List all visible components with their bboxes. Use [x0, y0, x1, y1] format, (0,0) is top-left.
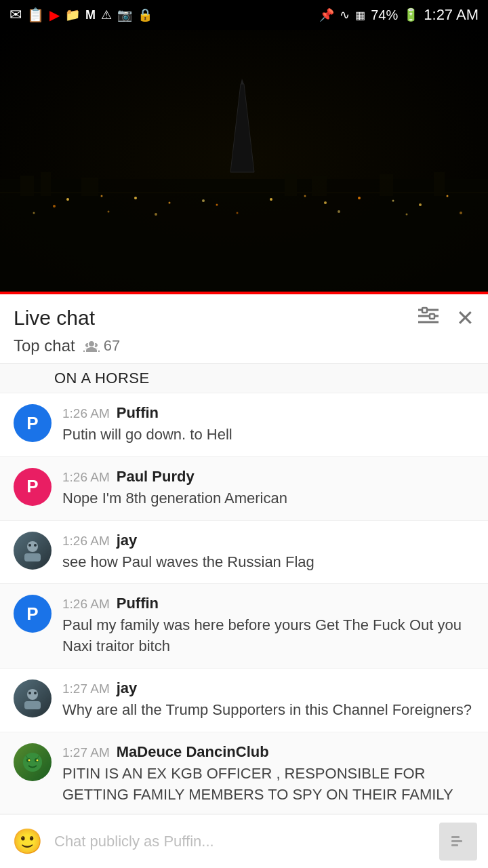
svg-point-10: [202, 199, 205, 202]
message-body-2: 1:26 AM Paul Purdy Nope I'm 8th generati…: [62, 468, 474, 509]
message-body-5: 1:27 AM jay Why are all the Trump Suppor…: [62, 679, 474, 721]
svg-point-41: [34, 544, 37, 547]
lock-icon: 🔒: [138, 7, 152, 22]
message-meta-4: 1:26 AM Puffin: [62, 595, 474, 612]
message-text-3: see how Paul waves the Russian Flag: [62, 552, 474, 573]
partial-message: ON A HORSE: [0, 364, 488, 393]
status-icons: ✉ 📋 ▶ 📁 M ⚠ 📷 🔒: [9, 6, 152, 24]
message-author-6: MaDeuce DancinClub: [117, 743, 269, 761]
svg-point-9: [169, 202, 171, 204]
chat-message-3: 1:26 AM jay see how Paul waves the Russi…: [0, 521, 488, 585]
battery-icon: 🔋: [403, 7, 418, 22]
avatar-jay-2: [14, 679, 52, 717]
svg-point-21: [155, 213, 157, 216]
avatar-letter: P: [26, 413, 38, 434]
chat-header: Live chat ✕ Top chat 67: [0, 294, 488, 364]
message-author-3: jay: [117, 532, 138, 549]
message-text-5: Why are all the Trump Supporters in this…: [62, 700, 474, 721]
battery-level: 74%: [371, 7, 398, 23]
message-meta-1: 1:26 AM Puffin: [62, 404, 474, 422]
message-body-6: 1:27 AM MaDeuce DancinClub PITIN IS AN E…: [62, 743, 474, 806]
send-button[interactable]: [439, 823, 477, 861]
svg-point-44: [28, 692, 31, 694]
live-chat-title: Live chat: [14, 307, 95, 330]
svg-point-12: [270, 198, 272, 201]
svg-point-23: [338, 210, 340, 213]
message-time-3: 1:26 AM: [62, 534, 110, 549]
svg-point-38: [27, 541, 38, 552]
madeuce-avatar-inner: [14, 743, 52, 781]
message-text-4: Paul my family was here before yours Get…: [62, 615, 474, 657]
viewer-number: 67: [104, 337, 120, 355]
svg-rect-30: [312, 176, 327, 196]
svg-rect-43: [24, 701, 41, 709]
svg-point-11: [216, 204, 218, 206]
chat-filter-icon[interactable]: [417, 307, 440, 330]
svg-point-13: [304, 195, 306, 197]
chat-message-4: P 1:26 AM Puffin Paul my family was here…: [0, 584, 488, 669]
header-icons: ✕: [417, 305, 474, 331]
chat-close-icon[interactable]: ✕: [456, 305, 474, 331]
svg-point-19: [33, 212, 35, 214]
svg-rect-54: [451, 844, 458, 846]
svg-point-7: [53, 205, 56, 208]
chat-message-1: P 1:26 AM Puffin Putin will go down. to …: [0, 393, 488, 457]
message-meta-5: 1:27 AM jay: [62, 679, 474, 697]
message-time-5: 1:27 AM: [62, 682, 110, 696]
message-time-4: 1:26 AM: [62, 597, 110, 612]
status-indicators: 📌 ∿ ▦ 74% 🔋 1:27 AM: [319, 6, 479, 24]
avatar-puffin-1: P: [14, 404, 52, 442]
svg-point-22: [237, 212, 239, 214]
svg-rect-28: [81, 178, 98, 196]
message-meta-6: 1:27 AM MaDeuce DancinClub: [62, 743, 474, 761]
emoji-icon: 🙂: [12, 827, 43, 856]
location-icon: 📌: [319, 7, 334, 22]
svg-point-24: [406, 214, 408, 216]
svg-rect-32: [434, 172, 445, 196]
message-time-6: 1:27 AM: [62, 745, 110, 760]
avatar-jay-1: [14, 532, 52, 570]
svg-rect-27: [41, 172, 51, 196]
video-progress-bar[interactable]: [0, 292, 488, 294]
svg-point-25: [460, 212, 462, 214]
clock: 1:27 AM: [424, 6, 479, 24]
svg-point-40: [28, 544, 31, 547]
message-text-6: PITIN IS AN EX KGB OFFICER , RESPONSIBLE…: [62, 764, 474, 806]
youtube-icon: ▶: [49, 7, 60, 23]
svg-rect-31: [380, 174, 393, 196]
video-frame: [0, 30, 488, 294]
message-time-2: 1:26 AM: [62, 470, 110, 485]
message-body-1: 1:26 AM Puffin Putin will go down. to He…: [62, 404, 474, 446]
emoji-button[interactable]: 🙂: [11, 825, 43, 858]
svg-point-45: [34, 692, 37, 694]
message-time-1: 1:26 AM: [62, 406, 110, 421]
svg-point-42: [27, 689, 38, 700]
jay-avatar-inner: [14, 532, 52, 570]
video-player[interactable]: [0, 30, 488, 294]
chat-message-5: 1:27 AM jay Why are all the Trump Suppor…: [0, 669, 488, 732]
svg-rect-29: [285, 174, 297, 196]
svg-rect-52: [451, 836, 460, 838]
svg-rect-26: [20, 176, 34, 196]
message-author-4: Puffin: [117, 595, 159, 612]
svg-rect-36: [422, 308, 427, 313]
svg-point-14: [324, 201, 327, 204]
svg-point-16: [392, 200, 394, 202]
avatar-letter: P: [26, 604, 38, 625]
svg-point-20: [108, 211, 110, 213]
viewer-count: 67: [83, 337, 120, 355]
chat-sub-row: Top chat 67: [14, 336, 474, 363]
message-meta-3: 1:26 AM jay: [62, 532, 474, 549]
chat-mode-label[interactable]: Top chat: [14, 336, 75, 355]
chat-input-field[interactable]: [54, 833, 428, 850]
avatar-letter: P: [26, 476, 38, 497]
svg-point-6: [101, 195, 103, 197]
svg-point-15: [358, 197, 361, 199]
message-meta-2: 1:26 AM Paul Purdy: [62, 468, 474, 486]
chat-message-6: 1:27 AM MaDeuce DancinClub PITIN IS AN E…: [0, 732, 488, 817]
jay-avatar-inner-2: [14, 679, 52, 717]
svg-rect-37: [430, 314, 434, 319]
chat-input-bar: 🙂: [0, 814, 488, 868]
svg-rect-39: [24, 553, 41, 561]
wifi-icon: ∿: [340, 7, 350, 22]
